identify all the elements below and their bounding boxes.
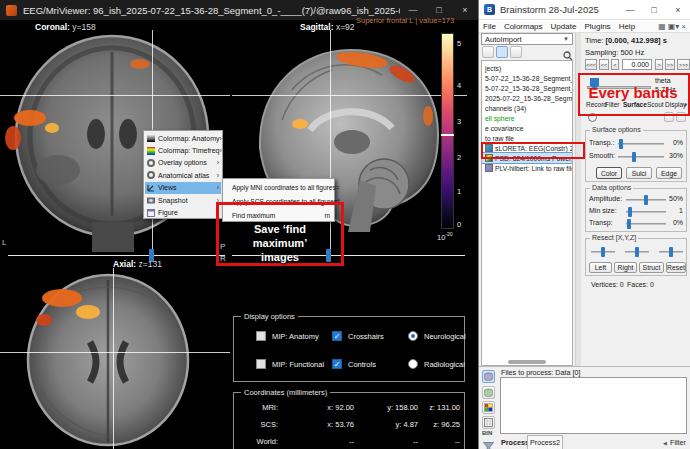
search-icon[interactable] [563,47,573,57]
filter-funnel-icon[interactable] [483,438,494,449]
menu-item-figure[interactable]: Figure› [145,206,221,218]
right-button[interactable]: Right [614,262,637,273]
filter-collapse-icon[interactable]: ◀ [663,440,667,446]
submenu-item-find-maximum[interactable]: Find maximumm [224,208,333,222]
panel-splitter[interactable] [575,33,581,366]
resect-x-thumb[interactable] [601,247,605,257]
tree-item-raw-link[interactable]: to raw file [482,133,573,143]
submenu-item-apply-scs[interactable]: Apply SCS coordinates to all figures* [224,194,333,208]
tree-item-subject[interactable]: 5-07-22_15-36-28_Segment_0_-___ [482,73,573,83]
database-tree: jects) 5-07-22_15-36-28_Segment_0_-___ 5… [481,60,573,366]
layout-grid-icon[interactable]: ▦ [658,22,666,31]
process-db-recordings-icon[interactable] [482,370,495,383]
transp-slider-thumb[interactable] [619,139,623,149]
process2-tab[interactable]: Process2 [527,435,563,449]
tree-item-psd[interactable]: PSD: 824/1000ms Power,FreqBan [482,153,573,163]
tab-surface[interactable]: Surface [623,101,647,108]
tab-record[interactable]: Record [586,101,607,108]
close-button[interactable]: × [666,0,690,20]
time-prev-button[interactable]: < [611,59,619,70]
tree-item-protocol[interactable]: jects) [482,63,573,73]
time-first-button[interactable]: <<< [585,59,597,70]
tab-toolbar-icon-2[interactable] [676,112,686,122]
data-transp-slider-track[interactable] [626,223,666,225]
smooth-slider-thumb[interactable] [632,152,636,162]
coronal-slider-track[interactable] [8,255,225,256]
window-layout-icon[interactable]: ▣▾ [668,22,680,31]
menu-item-views[interactable]: Views› [145,182,221,194]
protocol-dropdown[interactable]: AutoImport▼ [481,33,573,45]
color-button[interactable]: Color [596,167,622,179]
menu-item-snapshot[interactable]: Snapshot› [145,194,221,206]
sagittal-slider-thumb[interactable] [326,249,331,262]
transp-slider-track[interactable] [618,143,664,145]
controls-checkbox[interactable]: ✓ [332,359,342,369]
time-field[interactable]: 0.000 [622,59,652,70]
tree-item-subject[interactable]: 5-07-22_15-36-28_Segment_0_-___ [482,83,573,93]
time-next-button[interactable]: > [655,59,663,70]
record-circle-icon[interactable] [588,113,597,122]
left-button[interactable]: Left [589,262,612,273]
menu-colormaps[interactable]: Colormaps [500,22,547,31]
smooth-slider-track[interactable] [618,156,664,158]
maximize-button[interactable]: □ [642,0,666,20]
tree-item-plv[interactable]: PLV-hilbert: Link to raw file | 68 sc [482,163,573,173]
process-db-matrix-icon[interactable] [482,416,495,429]
menu-file[interactable]: File [479,22,500,31]
process-db-timefreq-icon[interactable] [482,401,495,414]
data-transp-slider-thumb[interactable] [627,219,631,229]
close-button[interactable]: × [452,0,478,20]
tree-item-sloreta[interactable]: sLORETA: EEG(Constr) 2018 [482,143,573,153]
close-figures-icon[interactable]: × [681,22,686,31]
brainstorm-titlebar[interactable]: B Brainstorm 28-Jul-2025 — □ × [479,0,690,20]
tab-toolbar-icon-1[interactable] [664,112,674,122]
protocol-view-icon-1[interactable] [482,46,494,58]
menu-item-colormap-timefreq[interactable]: Colormap: Timefreq› [145,144,221,156]
filter-toggle-label[interactable]: Filter [670,438,686,447]
radiological-radio[interactable] [408,359,418,369]
scs-x-value: x: 53.76 [292,420,354,429]
neurological-radio[interactable] [408,331,418,341]
mip-functional-checkbox[interactable] [256,359,266,369]
tree-item-noise-covariance[interactable]: e covariance [482,123,573,133]
menu-update[interactable]: Update [547,22,581,31]
tab-overflow-icon[interactable]: ▾ [684,101,687,109]
menu-item-overlay-options[interactable]: Overlay options› [145,157,221,169]
menu-item-anatomical-atlas[interactable]: Anatomical atlas› [145,169,221,181]
sulci-button[interactable]: Sulci [626,167,652,179]
minsize-slider-thumb[interactable] [628,207,632,217]
menu-plugins[interactable]: Plugins [580,22,614,31]
colorbar-tick: 2 [457,153,461,162]
tree-horizontal-scrollbar[interactable] [508,360,546,364]
tree-item-headmodel[interactable]: ell sphere [482,113,573,123]
mri-row-label: MRI: [246,403,278,412]
menu-item-colormap-anatomy[interactable]: Colormap: Anatomy› [145,132,221,144]
submenu-item-apply-mni[interactable]: Apply MNI coordinates to all figures= [224,180,333,194]
tree-item-channels[interactable]: channels (34) [482,103,573,113]
crosshairs-checkbox[interactable]: ✓ [332,331,342,341]
time-last-button[interactable]: >>> [677,59,690,70]
axial-view[interactable] [0,268,230,449]
controls-label: Controls [348,360,376,369]
minimize-button[interactable]: — [618,0,642,20]
time-next-page-button[interactable]: >> [665,59,675,70]
resect-y-thumb[interactable] [635,247,639,257]
menu-help[interactable]: Help [615,22,639,31]
mip-anatomy-checkbox[interactable] [256,331,266,341]
protocol-view-icon-2[interactable] [496,46,508,58]
tree-item-folder[interactable]: 2025-07-22_15-36-28_Segment_0_- [482,93,573,103]
edge-button[interactable]: Edge [656,167,682,179]
bin-label[interactable]: BIN [482,430,492,436]
resect-z-thumb[interactable] [669,247,673,257]
files-to-process-box[interactable] [500,377,687,434]
struct-button[interactable]: Struct [639,262,664,273]
reset-button[interactable]: Reset [666,262,686,273]
amplitude-slider-thumb[interactable] [644,195,648,205]
time-prev-page-button[interactable]: << [599,59,609,70]
tab-scout[interactable]: Scout [647,101,664,108]
protocol-view-icon-3[interactable] [510,46,522,58]
process-db-sources-icon[interactable] [482,386,495,399]
minsize-slider-track[interactable] [626,211,666,213]
tab-filter[interactable]: Filter [605,101,619,108]
colorbar[interactable] [441,33,454,229]
